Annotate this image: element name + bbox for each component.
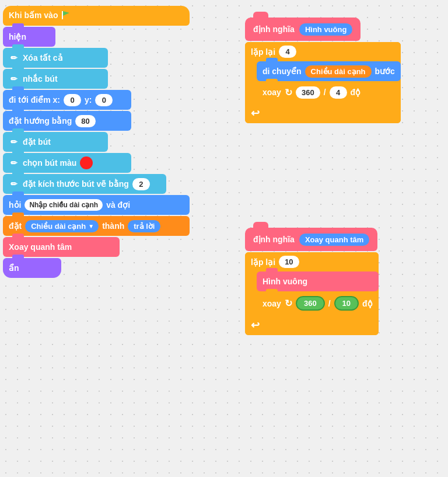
turn-arrow-icon-bottom: ↻ — [285, 298, 292, 309]
turn-block-top: xoay ↻ 360 / 4 độ — [257, 82, 401, 102]
pen-icon-color — [9, 158, 19, 168]
pen-size-value: 2 — [132, 178, 150, 190]
show-label: hiện — [9, 32, 26, 41]
set-var-block: đặt Chiều dài cạnh ▼ thành trả lời — [3, 216, 190, 236]
ask-suffix: và đợi — [106, 200, 130, 210]
set-mid: thành — [102, 221, 124, 231]
set-answer: trả lời — [128, 220, 160, 232]
turn-div-top: / — [324, 88, 326, 97]
turn-arrow-icon: ↻ — [285, 87, 292, 98]
repeat4-label: lặp lại — [251, 47, 275, 57]
rotate-label: Xoay quanh tâm — [9, 242, 72, 252]
svg-rect-0 — [62, 11, 63, 19]
return-arrow-top: ↩ — [251, 107, 260, 119]
set-label: đặt — [9, 221, 22, 231]
rotate-center-block: Xoay quanh tâm — [3, 237, 120, 257]
pen-down-label: đặt bút — [23, 137, 51, 147]
call-hinh-vuong-block: Hình vuông — [257, 271, 379, 291]
ask-label: hỏi — [9, 200, 21, 210]
pen-size-label: đặt kích thước bút vẽ bằng — [23, 179, 129, 189]
var-dropdown[interactable]: Chiều dài cạnh ▼ — [25, 220, 99, 232]
pen-icon-size — [9, 179, 19, 189]
turn-val2-top: 4 — [330, 86, 347, 99]
hide-label: ẩn — [9, 263, 19, 273]
turn-label-bottom: xoay — [262, 299, 281, 308]
pen-up-label: nhắc bút — [23, 74, 58, 83]
move-suffix: bước — [375, 67, 395, 76]
call-hinh-vuong-label: Hình vuông — [262, 277, 307, 286]
def-xoay-block: định nghĩa Xoay quanh tâm — [245, 228, 377, 251]
pen-color-label: chọn bút màu — [23, 158, 76, 168]
y-value: 0 — [95, 94, 113, 106]
pen-icon-clear — [9, 53, 19, 63]
turn-val2-bottom: 10 — [334, 296, 359, 311]
when-flag-block: Khi bấm vào — [3, 6, 190, 26]
def-name-top: Hình vuông — [299, 23, 353, 36]
return-arrow-bottom: ↩ — [251, 319, 260, 331]
turn-suffix-top: độ — [351, 88, 361, 97]
turn-suffix-bottom: độ — [362, 299, 373, 308]
repeat4-val: 4 — [279, 46, 296, 58]
ask-input: Nhập chiều dài cạnh — [24, 199, 103, 211]
def-hinh-vuong-block: định nghĩa Hình vuông — [245, 18, 360, 41]
turn-label-top: xoay — [262, 88, 281, 97]
flag-icon — [61, 11, 72, 20]
set-dir-label: đặt hướng bằng — [9, 116, 72, 126]
repeat10-block: lặp lại 10 Hình vuông xoay ↻ 360 / 10 độ — [245, 252, 379, 335]
clear-block: Xóa tất cả — [3, 48, 108, 68]
pen-down-block: đặt bút — [3, 132, 108, 152]
pen-size-block: đặt kích thước bút vẽ bằng 2 — [3, 174, 166, 194]
when-flag-label: Khi bấm vào — [9, 11, 58, 20]
turn-val1-top: 360 — [296, 86, 320, 99]
repeat10-val: 10 — [279, 256, 299, 268]
def-label-top: định nghĩa — [253, 25, 295, 34]
var-name: Chiều dài cạnh — [31, 222, 86, 231]
turn-val1-bottom: 360 — [296, 296, 325, 311]
pen-icon-down — [9, 137, 19, 147]
ask-block: hỏi Nhập chiều dài cạnh và đợi — [3, 195, 190, 215]
turn-block-bottom: xoay ↻ 360 / 10 độ — [257, 293, 379, 314]
goto-label: đi tới điểm x: — [9, 95, 60, 105]
pen-up-block: nhắc bút — [3, 69, 108, 89]
pen-icon-up — [9, 74, 19, 84]
y-label: y: — [85, 95, 92, 105]
def-name-bottom: Xoay quanh tâm — [299, 234, 369, 246]
turn-div-bottom: / — [328, 299, 331, 308]
move-var: Chiều dài cạnh — [305, 65, 372, 78]
dropdown-arrow-icon: ▼ — [88, 223, 94, 229]
set-direction-block: đặt hướng bằng 80 — [3, 111, 131, 131]
show-block: hiện — [3, 27, 55, 47]
svg-marker-1 — [63, 11, 69, 16]
goto-block: đi tới điểm x: 0 y: 0 — [3, 90, 131, 110]
hide-block: ẩn — [3, 258, 61, 278]
repeat4-block: lặp lại 4 di chuyển Chiều dài cạnh bước … — [245, 42, 401, 123]
move-block: di chuyển Chiều dài cạnh bước — [257, 61, 401, 81]
dir-value: 80 — [75, 115, 95, 127]
clear-label: Xóa tất cả — [23, 53, 63, 62]
pen-color-block: chọn bút màu — [3, 153, 131, 173]
color-swatch — [80, 156, 93, 169]
def-label-bottom: định nghĩa — [253, 235, 295, 244]
repeat10-label: lặp lại — [251, 257, 275, 267]
x-value: 0 — [64, 94, 81, 106]
move-label: di chuyển — [262, 67, 302, 76]
